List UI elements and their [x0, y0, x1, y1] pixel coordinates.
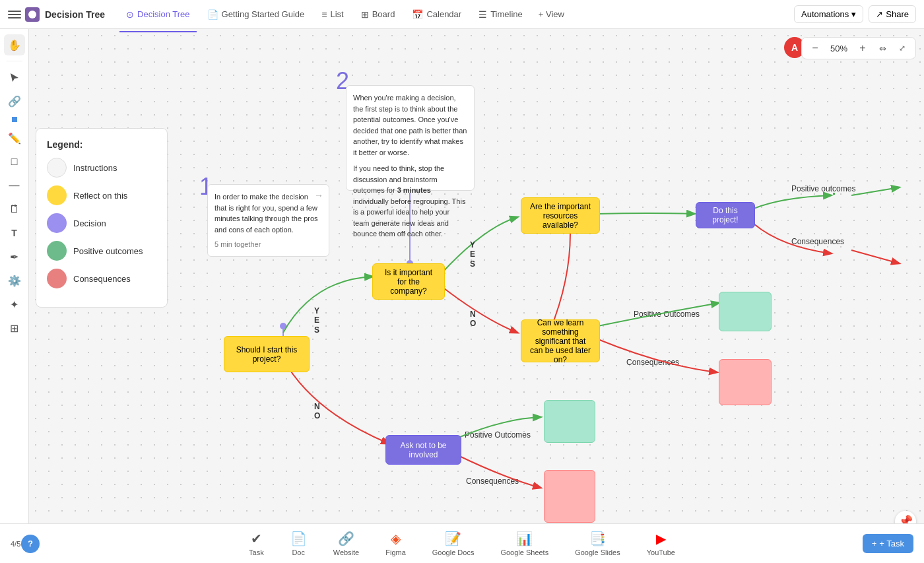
node-q3[interactable]: Can we learn something significant that … [521, 319, 600, 362]
node-do-project[interactable]: Do this project! [696, 202, 755, 228]
cons-label-1: Consequences [791, 237, 844, 246]
tab-getting-started[interactable]: 📄 Getting Started Guide [201, 5, 312, 24]
share-button[interactable]: ↗ Share [869, 5, 916, 23]
text-tool-button[interactable]: T [4, 222, 25, 244]
legend-item-positive: Positive outcomes [47, 241, 156, 261]
bottom-item-figma[interactable]: ◈ Figma [372, 527, 419, 560]
node-pos2[interactable] [719, 292, 772, 331]
help-button[interactable]: ? [21, 535, 40, 553]
node-start[interactable]: Should I start this project? [224, 336, 310, 372]
node-pos3[interactable] [544, 400, 595, 443]
cons-label-3: Consequences [466, 477, 519, 486]
node-cons2[interactable] [719, 359, 772, 405]
step1-text: In order to make the decision that is ri… [214, 191, 322, 235]
tab-icon-timeline: ☰ [478, 9, 487, 20]
step1-card[interactable]: In order to make the decision that is ri… [207, 184, 329, 257]
bottom-item-website[interactable]: 🔗 Website [320, 527, 373, 560]
zoom-in-button[interactable]: + [855, 40, 871, 56]
apps-tool-button[interactable]: ⊞ [4, 317, 25, 339]
integration-tool-button[interactable]: ✦ [4, 294, 25, 315]
canvas-area[interactable]: A ℹ − 50% + ⇔ ⤢ Legend: Instructions Ref… [29, 29, 924, 523]
task-label: Task [249, 548, 264, 556]
tab-timeline[interactable]: ☰ Timeline [472, 5, 529, 24]
fit-view-button[interactable]: ⇔ [874, 40, 890, 56]
tab-icon-calendar: 📅 [412, 9, 423, 20]
svg-point-3 [280, 323, 286, 329]
google-slides-label: Google Slides [575, 548, 620, 556]
legend-item-decision: Decision [47, 213, 156, 233]
automations-button[interactable]: Automations ▾ [794, 5, 863, 23]
add-task-button[interactable]: + + Task [863, 534, 913, 553]
sticky-tool-button[interactable]: 🗒 [4, 199, 25, 220]
no-label-1: NO [314, 402, 320, 421]
svg-line-4 [851, 187, 899, 195]
pos-label-1: Positive outcomes [791, 184, 855, 193]
link-tool-button[interactable]: 🔗 [4, 90, 25, 112]
step2-intro: When you're making a decision, the first… [353, 92, 467, 158]
pos-label-2: Positive Outcomes [634, 310, 700, 319]
google-docs-icon: 📝 [445, 531, 461, 546]
svg-line-5 [851, 250, 899, 263]
add-view-button[interactable]: + View [533, 6, 570, 22]
tab-board[interactable]: ⊞ Board [354, 5, 402, 24]
tab-icon-getting-started: 📄 [207, 9, 218, 20]
node-ask-not[interactable]: Ask not to be involved [385, 435, 461, 465]
tab-list[interactable]: ≡ List [315, 5, 350, 24]
tab-decision-tree[interactable]: ⊙ Decision Tree [119, 5, 196, 24]
node-q2[interactable]: Are the important resources available? [521, 197, 600, 234]
google-sheets-icon: 📊 [516, 531, 533, 546]
youtube-label: YouTube [647, 548, 675, 556]
help-count: 4/5 [11, 540, 20, 548]
bottom-item-google-slides[interactable]: 📑 Google Slides [562, 527, 634, 560]
step1-subtext: 5 min together [214, 240, 322, 248]
fullscreen-button[interactable]: ⤢ [894, 40, 910, 56]
website-label: Website [333, 548, 360, 556]
brush-tool-button[interactable]: ✒ [4, 246, 25, 267]
left-toolbar: ✋ 🔗 ✏️ □ — 🗒 T ✒ ⚙️ ✦ ⊞ [0, 29, 29, 523]
pen-tool-button[interactable]: ✏️ [4, 127, 25, 149]
app-title: Decision Tree [45, 9, 105, 20]
youtube-icon: ▶ [656, 531, 666, 546]
bottom-item-youtube[interactable]: ▶ YouTube [634, 527, 688, 560]
doc-icon: 📄 [290, 531, 307, 546]
google-slides-icon: 📑 [589, 531, 606, 546]
tab-calendar[interactable]: 📅 Calendar [405, 5, 468, 24]
bottom-item-task[interactable]: ✔ Task [236, 527, 277, 560]
legend-item-consequences: Consequences [47, 269, 156, 288]
bottom-item-doc[interactable]: 📄 Doc [277, 527, 320, 560]
zoom-level: 50% [827, 44, 851, 53]
shape-tool-button[interactable]: □ [4, 151, 25, 172]
task-icon: ✔ [251, 531, 262, 546]
website-icon: 🔗 [338, 531, 354, 546]
node-cons3[interactable] [544, 470, 595, 523]
tab-icon-list: ≡ [321, 9, 327, 20]
no-label-2: NO [470, 310, 476, 329]
step2-body: If you need to think, stop the discussio… [353, 163, 467, 240]
node-q1[interactable]: Is it important for the company? [372, 263, 445, 300]
connector-tool-button[interactable]: ⚙️ [4, 270, 25, 291]
hamburger-menu[interactable] [8, 8, 21, 21]
share-icon: ↗ [876, 9, 883, 19]
top-navigation: Decision Tree ⊙ Decision Tree 📄 Getting … [0, 0, 924, 29]
line-tool-button[interactable]: — [4, 175, 25, 196]
app-logo [25, 7, 40, 22]
plus-icon: + [872, 539, 877, 548]
zoom-controls: − 50% + ⇔ ⤢ [801, 37, 916, 59]
cons-label-2: Consequences [626, 358, 679, 367]
bottom-item-google-sheets[interactable]: 📊 Google Sheets [487, 527, 562, 560]
chevron-down-icon: ▾ [851, 9, 856, 19]
figma-icon: ◈ [391, 531, 401, 546]
main-area: ✋ 🔗 ✏️ □ — 🗒 T ✒ ⚙️ ✦ ⊞ A ℹ − 50% + ⇔ [0, 29, 924, 523]
pin-icon[interactable]: 📌 [895, 511, 916, 523]
select-tool-button[interactable] [4, 67, 25, 88]
help-badge: ? 4/5 [11, 540, 20, 548]
legend-title: Legend: [47, 139, 156, 150]
legend-label-reflect: Reflect on this [73, 191, 127, 201]
zoom-out-button[interactable]: − [807, 40, 823, 56]
yes-label-1: YES [314, 306, 319, 335]
legend-item-reflect: Reflect on this [47, 185, 156, 205]
legend-label-instructions: Instructions [73, 163, 117, 173]
step2-card[interactable]: When you're making a decision, the first… [346, 85, 475, 191]
hand-tool-button[interactable]: ✋ [4, 34, 25, 55]
bottom-item-google-docs[interactable]: 📝 Google Docs [419, 527, 488, 560]
